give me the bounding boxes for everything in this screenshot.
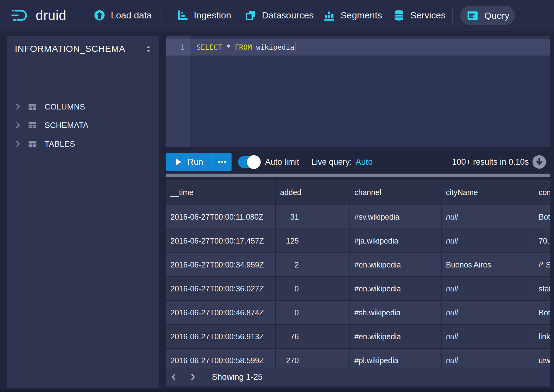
nav-label-query: Query [484, 10, 509, 21]
table-row: 2016-06-27T00:00:17.457Z125#ja.wikipedia… [166, 229, 550, 252]
table-cell[interactable]: stat [534, 277, 550, 300]
table-cell[interactable]: null [442, 229, 534, 252]
table-cell[interactable]: 2016-06-27T00:00:11.080Z [166, 205, 276, 229]
column-header[interactable]: cityName [442, 180, 534, 205]
sidebar-item-columns[interactable]: COLUMNS [7, 98, 159, 116]
druid-logo[interactable]: druid [11, 0, 66, 31]
bottom-edge [0, 389, 554, 392]
column-header[interactable]: added [276, 180, 350, 205]
nav-item-services[interactable]: Services [392, 0, 446, 31]
table-cell[interactable]: 76 [276, 325, 350, 348]
column-header[interactable]: __time [166, 180, 276, 205]
query-icon [466, 9, 479, 22]
segments-icon [323, 9, 336, 22]
run-label: Run [187, 157, 203, 167]
table-cell[interactable]: /* S [534, 253, 550, 276]
nav-label-services: Services [410, 10, 446, 21]
previous-page-button[interactable] [170, 367, 185, 386]
nav-item-ingestion[interactable]: Ingestion [176, 0, 231, 31]
table-cell[interactable]: null [442, 301, 534, 324]
table-cell[interactable]: #en.wikipedia [350, 277, 442, 300]
table-row: 2016-06-27T00:00:36.027Z0#en.wikipedianu… [166, 276, 550, 300]
ingestion-icon [176, 9, 189, 22]
sidebar-item-schemata[interactable]: SCHEMATA [7, 116, 159, 134]
table-cell[interactable]: 2016-06-27T00:00:58.599Z [166, 349, 276, 367]
download-button[interactable] [532, 155, 547, 169]
table-cell[interactable]: 2016-06-27T00:00:36.027Z [166, 277, 276, 300]
table-icon [27, 139, 37, 149]
table-cell[interactable]: 70. [534, 229, 550, 252]
table-cell[interactable]: 270 [276, 349, 350, 367]
table-cell[interactable]: Bot [534, 301, 550, 324]
table-cell[interactable]: #pl.wikipedia [350, 349, 442, 367]
table-cell[interactable]: null [442, 325, 534, 348]
druid-console: druid Load data Ingestion Dat [0, 0, 554, 392]
table-cell[interactable]: link [534, 325, 550, 348]
pagination-bar: Showing 1-25 [166, 367, 550, 386]
table-cell[interactable]: null [442, 349, 534, 367]
line-number: 1 [166, 39, 185, 56]
chevron-right-icon [14, 140, 22, 148]
table-cell[interactable]: 2016-06-27T00:00:56.913Z [166, 325, 276, 348]
table-cell[interactable]: 2 [276, 253, 350, 276]
nav-label-load-data: Load data [111, 10, 152, 21]
table-cell[interactable]: #sh.wikipedia [350, 301, 442, 324]
pane-resizer[interactable] [166, 174, 550, 177]
nav-label-datasources: Datasources [262, 10, 314, 21]
table-cell[interactable]: #en.wikipedia [350, 325, 442, 348]
nav-item-datasources[interactable]: Datasources [244, 0, 314, 31]
table-cell[interactable]: Bot [534, 205, 550, 229]
table-icon [27, 120, 37, 130]
nav-item-segments[interactable]: Segments [323, 0, 382, 31]
text-cursor [295, 42, 296, 52]
live-query-label: Live query: [311, 157, 352, 167]
column-header[interactable]: channel [350, 180, 442, 205]
druid-logo-icon [11, 8, 31, 23]
table-cell[interactable]: #en.wikipedia [350, 253, 442, 276]
table-cell[interactable]: 31 [276, 205, 350, 229]
results-table: __timeaddedchannelcityNamecom 2016-06-27… [166, 180, 550, 367]
table-cell[interactable]: #sv.wikipedia [350, 205, 442, 229]
column-header[interactable]: com [534, 180, 550, 205]
sidebar-item-label: COLUMNS [45, 102, 85, 112]
table-cell[interactable]: 125 [276, 229, 350, 252]
table-cell[interactable]: #ja.wikipedia [350, 229, 442, 252]
live-query-value[interactable]: Auto [356, 157, 373, 167]
top-nav: druid Load data Ingestion Dat [0, 0, 554, 31]
nav-item-load-data[interactable]: Load data [93, 0, 152, 31]
sql-keyword: FROM [235, 43, 252, 51]
sidebar-item-tables[interactable]: TABLES [7, 135, 159, 153]
table-cell[interactable]: 2016-06-27T00:00:46.874Z [166, 301, 276, 324]
sidebar-item-label: SCHEMATA [45, 121, 88, 130]
sql-editor[interactable]: 1 SELECT * FROM wikipedia [166, 36, 550, 147]
live-query: Live query: Auto [311, 153, 373, 171]
table-header-row: __timeaddedchannelcityNamecom [166, 180, 550, 205]
run-button[interactable]: Run [166, 153, 213, 171]
nav-label-segments: Segments [341, 10, 382, 21]
table-cell[interactable]: 2016-06-27T00:00:34.959Z [166, 253, 276, 276]
table-row: 2016-06-27T00:00:34.959Z2#en.wikipediaBu… [166, 252, 550, 276]
table-cell[interactable]: 2016-06-27T00:00:17.457Z [166, 229, 276, 252]
auto-limit-toggle[interactable] [238, 156, 260, 168]
table-row: 2016-06-27T00:00:46.874Z0#sh.wikipedianu… [166, 300, 550, 324]
chevron-right-icon [189, 373, 197, 381]
table-cell[interactable]: null [442, 277, 534, 300]
services-icon [392, 9, 405, 22]
table-body: 2016-06-27T00:00:11.080Z31#sv.wikipedian… [166, 205, 550, 367]
table-cell[interactable]: 0 [276, 301, 350, 324]
next-page-button[interactable] [189, 367, 204, 386]
table-cell[interactable]: 0 [276, 277, 350, 300]
table-cell[interactable]: Buenos Aires [442, 253, 534, 276]
table-cell[interactable]: utw [534, 349, 550, 367]
nav-separator [452, 8, 453, 23]
nav-item-query[interactable]: Query [460, 6, 515, 25]
table-row: 2016-06-27T00:00:58.599Z270#pl.wikipedia… [166, 348, 550, 367]
sql-query-text[interactable]: SELECT * FROM wikipedia [197, 39, 296, 56]
schema-selector[interactable]: INFORMATION_SCHEMA [7, 36, 159, 58]
run-more-button[interactable]: ••• [213, 153, 232, 171]
schema-title: INFORMATION_SCHEMA [15, 44, 125, 54]
chevron-right-icon [14, 103, 22, 111]
table-cell[interactable]: null [442, 205, 534, 229]
auto-limit-label: Auto limit [265, 153, 299, 171]
datasources-icon [244, 9, 257, 22]
